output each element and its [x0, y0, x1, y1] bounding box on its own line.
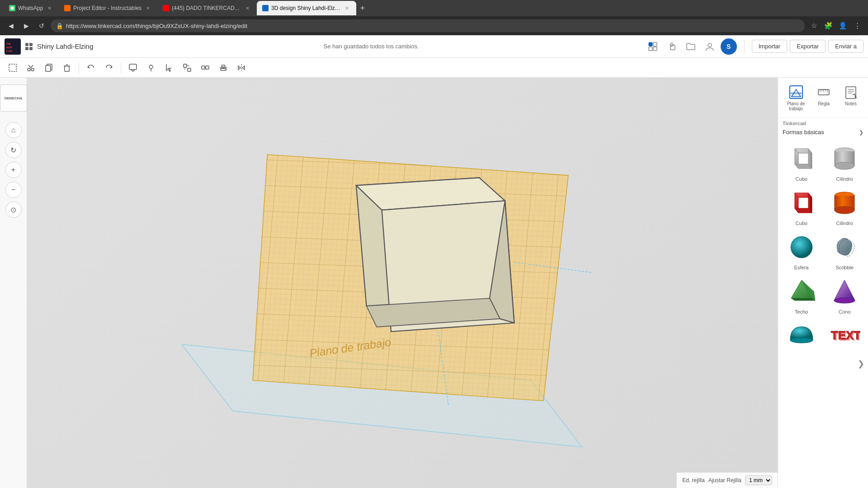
work-plane-tool[interactable]: Plano detrabajo: [784, 82, 807, 113]
logo-area: TIN KER CAD Shiny Lahdi-Elzing: [5, 38, 98, 55]
pin-tool[interactable]: [143, 60, 159, 76]
back-button[interactable]: ◀: [5, 19, 17, 32]
grid-size-select[interactable]: 1 mm: [745, 475, 772, 485]
right-panel: Plano detrabajo Regla: [778, 78, 868, 488]
svg-text:TIN: TIN: [6, 42, 11, 45]
panel-tools: Plano detrabajo Regla: [778, 78, 868, 118]
tab-bar: WhatsApp ✕ Project Editor - Instructable…: [0, 0, 868, 16]
svg-rect-22: [65, 66, 69, 71]
svg-text:KER: KER: [6, 46, 12, 49]
undo-tool[interactable]: [83, 60, 99, 76]
shape-cube-red-icon: [783, 187, 820, 219]
shape-cylinder-orange[interactable]: Cilindro: [826, 187, 864, 226]
ruler-tool[interactable]: Regla: [813, 82, 835, 113]
mirror-tool[interactable]: [233, 60, 250, 76]
tab-instructables[interactable]: Project Editor - Instructables ✕: [59, 1, 157, 15]
shape-roof-icon: [783, 276, 820, 307]
svg-rect-12: [653, 47, 657, 51]
select-tool[interactable]: [161, 60, 177, 76]
extensions-icon[interactable]: 🧩: [822, 19, 835, 32]
grid-view-button[interactable]: [645, 38, 661, 55]
svg-marker-39: [238, 66, 241, 70]
svg-rect-59: [846, 87, 856, 99]
shape-scribble[interactable]: Scribble: [826, 231, 864, 270]
shape-cube-gray[interactable]: Cubo: [783, 143, 821, 182]
shape-text-3d[interactable]: TEXT TEXT: [826, 320, 864, 353]
svg-rect-29: [188, 68, 191, 71]
svg-rect-7: [25, 47, 28, 50]
profile-icon[interactable]: 👤: [836, 19, 849, 32]
canvas-area[interactable]: Plano de trabajo Ed. rejilla Ajustar Rej…: [27, 78, 778, 488]
shape-sphere-icon: [783, 231, 820, 263]
view-cube[interactable]: DERECHA: [0, 82, 29, 114]
view-cube-label: DERECHA: [5, 96, 23, 100]
svg-point-87: [790, 338, 813, 343]
ungroup-tool[interactable]: [197, 60, 213, 76]
rotate-view-button[interactable]: ↻: [5, 142, 22, 158]
shape-cone[interactable]: Cono: [826, 276, 864, 314]
cut-tool[interactable]: [23, 60, 39, 76]
shape-half-sphere[interactable]: [783, 320, 821, 353]
svg-point-69: [835, 162, 854, 169]
view-cube-inner: DERECHA: [0, 84, 27, 112]
tab-whatsapp[interactable]: WhatsApp ✕: [4, 1, 59, 15]
select-all-tool[interactable]: [5, 60, 21, 76]
bookmark-icon[interactable]: ☆: [807, 19, 820, 32]
tab-youtube-close[interactable]: ✕: [244, 5, 251, 12]
shapes-grid: Cubo: [778, 139, 868, 357]
fit-view-button[interactable]: ⊙: [5, 202, 22, 218]
svg-rect-28: [184, 64, 187, 67]
align-tool[interactable]: [215, 60, 231, 76]
cylinder-gray-svg: [829, 145, 860, 172]
notes-icon: [843, 84, 859, 100]
redo-tool[interactable]: [101, 60, 117, 76]
url-bar[interactable]: 🔒 https://www.tinkercad.com/things/bjiOu…: [51, 19, 805, 32]
tab-tinkercad-close[interactable]: ✕: [343, 5, 351, 12]
tab-instructables-label: Project Editor - Instructables: [73, 5, 142, 11]
avatar-button[interactable]: S: [721, 38, 737, 55]
home-view-button[interactable]: ⌂: [5, 122, 22, 138]
group-tool[interactable]: [179, 60, 195, 76]
tab-whatsapp-close[interactable]: ✕: [46, 5, 53, 12]
svg-rect-11: [649, 47, 652, 51]
url-text: https://www.tinkercad.com/things/bjiOu9X…: [66, 23, 247, 29]
send-button[interactable]: Enviar a: [828, 40, 863, 53]
tab-youtube[interactable]: (445) DADO TINKERCAD - YouTu... ✕: [157, 1, 257, 15]
shape-roof-label: Techo: [795, 309, 808, 314]
forward-button[interactable]: ▶: [20, 19, 33, 32]
shape-cube-red[interactable]: Cubo: [783, 187, 821, 226]
new-tab-button[interactable]: +: [356, 2, 369, 14]
expand-panel-button[interactable]: ❯: [778, 357, 868, 371]
zoom-out-button[interactable]: −: [5, 182, 22, 198]
tab-instructables-close[interactable]: ✕: [144, 5, 152, 12]
delete-tool[interactable]: [59, 60, 75, 76]
menu-grid-icon[interactable]: [24, 42, 33, 51]
shape-sphere[interactable]: Esfera: [783, 231, 821, 270]
grid-label: Ed. rejilla: [682, 477, 704, 483]
reload-button[interactable]: ↺: [35, 19, 48, 32]
svg-rect-6: [29, 43, 33, 46]
project-name: Shiny Lahdi-Elzing: [37, 42, 93, 50]
menu-icon[interactable]: ⋮: [851, 19, 863, 32]
export-button[interactable]: Exportar: [790, 40, 826, 53]
address-bar: ◀ ▶ ↺ 🔒 https://www.tinkercad.com/things…: [0, 16, 868, 35]
comment-tool[interactable]: [125, 60, 141, 76]
shape-roof[interactable]: Techo: [783, 276, 821, 314]
shape-cylinder-gray[interactable]: Cilindro: [826, 143, 864, 182]
build-button[interactable]: [664, 38, 680, 55]
shapes-dropdown[interactable]: Formas básicas ❯: [778, 127, 868, 139]
folder-button[interactable]: [683, 38, 699, 55]
tab-tinkercad[interactable]: 3D design Shiny Lahdi-Elzing | Ti... ✕: [257, 1, 356, 15]
shape-cube-gray-label: Cubo: [796, 176, 807, 182]
svg-line-19: [31, 65, 33, 68]
zoom-in-button[interactable]: +: [5, 162, 22, 178]
canvas-background: Plano de trabajo: [27, 78, 778, 488]
svg-point-78: [835, 206, 854, 214]
user-button[interactable]: [702, 38, 718, 55]
copy-tool[interactable]: [41, 60, 57, 76]
svg-rect-21: [46, 66, 51, 71]
shape-cube-gray-icon: [783, 143, 820, 174]
top-separator: [744, 40, 745, 53]
notes-tool[interactable]: Notes: [840, 82, 862, 113]
import-button[interactable]: Importar: [752, 40, 787, 53]
